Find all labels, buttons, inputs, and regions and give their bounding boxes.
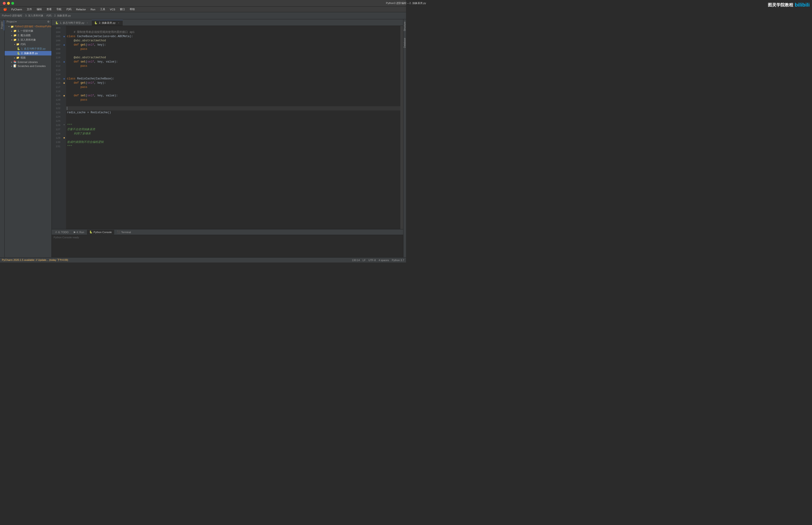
ln-131: 131: [52, 144, 60, 149]
code-line-128: 利用了多继承: [66, 132, 400, 136]
bottom-tab-console[interactable]: 🐍 Python Console: [87, 230, 114, 235]
database-tab[interactable]: Database: [403, 36, 406, 49]
code-line-121: [66, 102, 400, 106]
file-tree: Project ▾ ⚙ ▾ 📁 Python3 进阶编程 ~/Desktop/P…: [5, 19, 52, 257]
tree-label-video: 视频: [20, 56, 26, 59]
menu-window[interactable]: 窗口: [118, 7, 127, 12]
tree-item-video[interactable]: ▸ 📁 视频: [5, 56, 51, 60]
maximize-button[interactable]: [11, 2, 14, 5]
project-tab[interactable]: Project: [0, 20, 4, 30]
tree-arrow-2: ▸: [11, 34, 13, 37]
tree-file-1[interactable]: 🐍 1. 多态与鸭子类型.py: [5, 46, 51, 51]
apple-icon[interactable]: 🍎: [2, 7, 9, 11]
code-line-110: @abc.abstractmethod: [66, 56, 400, 60]
tree-arrow-video: ▸: [14, 57, 15, 59]
terminal-label: Terminal: [121, 231, 131, 234]
python-version[interactable]: Python 3.7: [392, 259, 404, 261]
project-settings-icon[interactable]: ⚙: [47, 20, 49, 23]
menu-help[interactable]: 帮助: [128, 7, 137, 12]
menu-pycharm[interactable]: PyCharm: [10, 7, 24, 11]
breadcrumb-section[interactable]: 3. 深入类和对象: [25, 14, 44, 17]
ln-123: 123: [52, 110, 60, 115]
code-line-109: [66, 51, 400, 56]
status-right: 130:14 LF UTF-8 4 spaces Python 3.7: [352, 259, 404, 261]
traffic-lights[interactable]: [3, 2, 14, 5]
code-line-124: [66, 115, 400, 119]
tree-file-label-2: 2. 抽象基类.py: [21, 51, 38, 55]
breadcrumb-toolbar: Python3 进阶编程 › 3. 深入类和对象 › 代码 › 2. 抽象基类.…: [0, 12, 406, 19]
structure-tab[interactable]: Structure: [403, 20, 406, 33]
tree-item-1[interactable]: ▸ 📁 1. 一切皆对象: [5, 29, 51, 33]
code-line-126: """: [66, 123, 400, 127]
breadcrumb-project[interactable]: Python3 进阶编程: [2, 14, 22, 17]
code-line-116: def get(self, key):: [66, 81, 400, 85]
breadcrumb-folder[interactable]: 代码: [46, 14, 51, 17]
indent[interactable]: 4 spaces: [379, 259, 389, 261]
ln-119: 119: [52, 93, 60, 98]
tab-file-1[interactable]: 🐍 1. 多态与鸭子类型.py ×: [52, 20, 92, 26]
tree-item-code[interactable]: ▾ 📁 代码: [5, 42, 51, 46]
tree-arrow-code: ▾: [14, 43, 15, 46]
breadcrumb-file[interactable]: 2. 抽象基类.py: [54, 14, 71, 17]
tab-py-icon-2: 🐍: [94, 21, 97, 25]
minimize-button[interactable]: [7, 2, 10, 5]
tab-label-2: 2. 抽象基类.py: [99, 21, 116, 25]
bottom-tab-run[interactable]: ▶ 4: Run: [72, 230, 87, 235]
window-title: Python3 进阶编程 – 2. 抽象基类.py: [386, 1, 406, 5]
menu-edit[interactable]: 编辑: [35, 7, 44, 12]
right-scrollbar[interactable]: [400, 26, 403, 229]
py-icon-1: 🐍: [17, 47, 20, 50]
menu-refactor[interactable]: Refactor: [74, 7, 88, 11]
tree-arrow-1: ▸: [11, 30, 13, 32]
ln-128: 128: [52, 132, 60, 136]
console-label: Python Console: [93, 231, 112, 234]
tab-label-1: 1. 多态与鸭子类型.py: [60, 21, 85, 25]
bottom-tab-terminal[interactable]: ⬛ Terminal: [114, 230, 134, 235]
tree-root-project[interactable]: ▾ 📁 Python3 进阶编程 ~/Desktop/Python3 进阶编程: [5, 25, 51, 29]
bottom-tab-todo[interactable]: ⚠ 6: TODO: [52, 230, 71, 235]
code-content[interactable]: # 限制使用者必须按照规则使用内置的接口 api class CacheBase…: [66, 26, 400, 229]
menu-view[interactable]: 查看: [45, 7, 53, 12]
charset[interactable]: UTF-8: [368, 259, 376, 261]
tab-file-2[interactable]: 🐍 2. 抽象基类.py ×: [92, 20, 123, 26]
menu-vcs[interactable]: VCS: [108, 7, 117, 11]
gutter-icon-115: ◉: [62, 77, 66, 81]
code-line-113: [66, 68, 400, 72]
menu-tools[interactable]: 工具: [98, 7, 107, 12]
tree-scratches[interactable]: ▸ 📝 Scratches and Consoles: [5, 64, 51, 68]
menu-run[interactable]: Run: [89, 7, 97, 11]
run-icon: ▶: [74, 230, 76, 234]
line-numbers: 103 104 105 106 107 108 109 110 111 112 …: [52, 26, 62, 229]
console-content: Python Console ready: [53, 236, 79, 239]
gutter-icon-116: ◉: [62, 81, 66, 85]
dot-icon-129: ●: [63, 136, 65, 140]
tab-close-2[interactable]: ×: [117, 21, 120, 25]
line-separator[interactable]: LF: [363, 259, 366, 261]
folder-icon-1: 📁: [13, 29, 17, 32]
code-line-105: class CacheBase(metaclass=abc.ABCMeta):: [66, 34, 400, 39]
breadcrumb-sep3: ›: [52, 14, 53, 17]
tree-file-2[interactable]: 🐍 2. 抽象基类.py: [5, 51, 51, 56]
bottom-panel: ⚠ 6: TODO ▶ 4: Run 🐍 Python Console ⬛ Te…: [52, 229, 403, 257]
menu-file[interactable]: 文件: [25, 7, 34, 12]
menu-code[interactable]: 代码: [64, 7, 73, 12]
implement-icon-115: ◉: [63, 77, 65, 80]
code-line-111: def set(self, key, value):: [66, 60, 400, 64]
tree-item-3[interactable]: ▾ 📁 3. 深入类和对象: [5, 38, 51, 42]
code-line-118: [66, 89, 400, 93]
close-button[interactable]: [3, 2, 6, 5]
update-notice[interactable]: PyCharm 2020.1.5 available: // Update...…: [2, 258, 68, 262]
folder-icon-code: 📁: [16, 43, 19, 46]
tree-arrow-3: ▾: [11, 39, 13, 41]
tree-arrow-scratch: ▸: [11, 65, 13, 67]
tab-close-1[interactable]: ×: [86, 21, 89, 25]
code-line-122: [66, 106, 400, 110]
terminal-icon: ⬛: [117, 230, 120, 234]
tree-item-2[interactable]: ▸ 📁 2. 魔法函数: [5, 33, 51, 38]
tree-ext-libs[interactable]: ▸ 📚 External Libraries: [5, 60, 51, 64]
ext-libs-icon: 📚: [13, 60, 17, 63]
gutter-icon-126: ▼: [62, 123, 66, 127]
menu-navigate[interactable]: 导航: [55, 7, 63, 12]
cursor-position[interactable]: 130:14: [352, 259, 360, 261]
breadcrumb-sep1: ›: [23, 14, 24, 17]
